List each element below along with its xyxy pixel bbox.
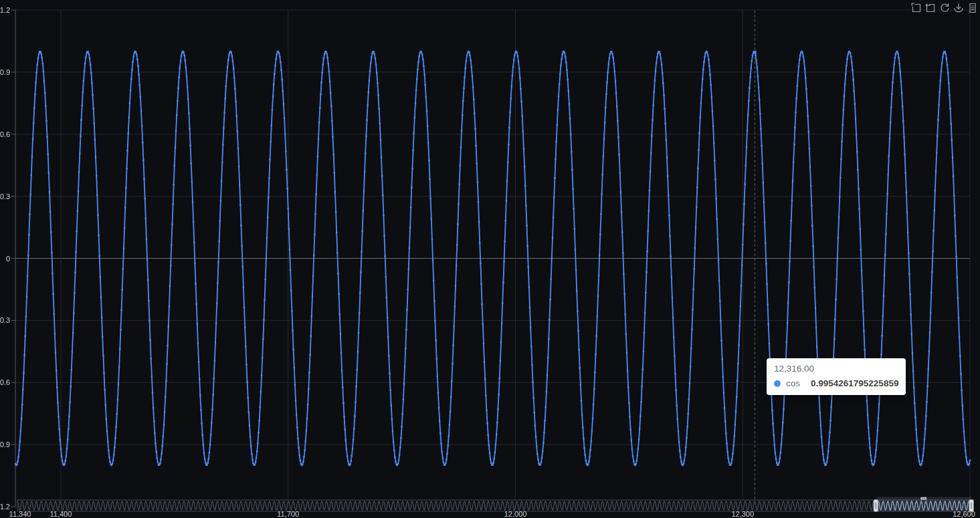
toolbox-toolbar xyxy=(911,3,978,13)
save-image-icon xyxy=(953,3,964,13)
y-tick-label: -0.9 xyxy=(0,440,10,448)
app-root: 1.20.90.60.30-0.3-0.6-0.9-1.211,34011,40… xyxy=(0,0,980,518)
y-tick-label: -0.3 xyxy=(0,316,10,324)
y-tick-label: 0.9 xyxy=(0,68,10,76)
x-tick-label: 11,700 xyxy=(277,510,299,518)
toolbox-save-image-button[interactable] xyxy=(953,3,964,13)
x-tick-label: 12,600 xyxy=(953,510,975,518)
toolbox-zoom-reset-button[interactable] xyxy=(925,3,936,13)
y-tick-label: -0.6 xyxy=(0,378,10,386)
restore-icon xyxy=(939,3,950,13)
chart-canvas[interactable]: 1.20.90.60.30-0.3-0.6-0.9-1.211,34011,40… xyxy=(0,0,980,518)
zoom-select-icon xyxy=(911,3,922,13)
x-tick-label: 12,000 xyxy=(504,510,527,518)
hovered-data-point xyxy=(753,51,757,54)
grid-lines xyxy=(15,10,970,507)
toolbox-restore-button[interactable] xyxy=(939,3,950,13)
y-axis xyxy=(11,10,15,507)
x-tick-label: 11,400 xyxy=(50,510,72,518)
data-view-icon xyxy=(967,3,978,13)
x-tick-label: 11,340 xyxy=(9,510,31,518)
datazoom-move-grip[interactable] xyxy=(920,497,926,500)
toolbox-data-view-button[interactable] xyxy=(967,3,978,13)
datazoom-slider[interactable] xyxy=(17,497,974,512)
x-tick-label: 12,300 xyxy=(731,510,754,518)
y-tick-label: 0.3 xyxy=(0,192,10,201)
zoom-reset-icon xyxy=(925,3,936,13)
y-tick-label: 0 xyxy=(6,255,10,263)
y-tick-label: 0.6 xyxy=(0,130,10,138)
y-tick-label: 1.2 xyxy=(0,6,10,14)
toolbox-zoom-select-button[interactable] xyxy=(911,3,922,13)
